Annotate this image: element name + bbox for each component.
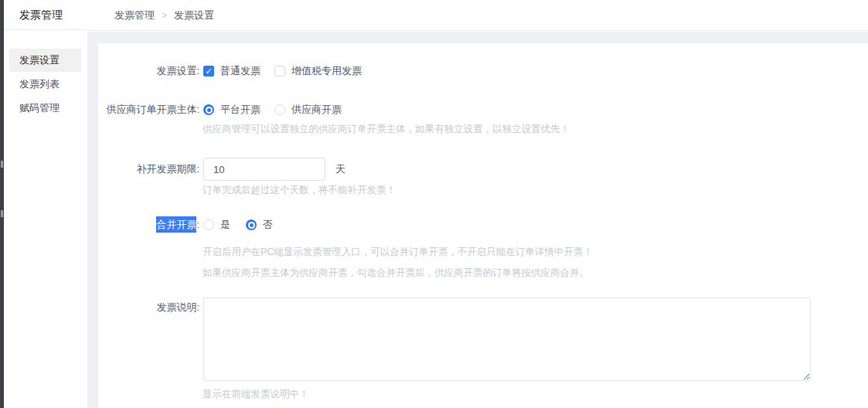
reissue-limit-label: 补开发票期限: (98, 162, 199, 176)
rail-icon (1, 210, 3, 217)
supplier-subject-label: 供应商订单开票主体: (98, 103, 199, 117)
radio-supplier-billing-label[interactable]: 供应商开票 (291, 103, 342, 117)
sidebar-menu: 发票设置 发票列表 赋码管理 (4, 30, 87, 120)
supplier-subject-row: 供应商订单开票主体: 平台开票 供应商开票 (98, 104, 342, 116)
invoice-note-label: 发票说明: (98, 298, 199, 314)
checkbox-ordinary-invoice-label[interactable]: 普通发票 (220, 64, 260, 78)
radio-platform-billing[interactable] (203, 104, 214, 115)
reissue-limit-unit: 天 (335, 162, 345, 176)
invoice-settings-panel: 发票设置: ✓ 普通发票 增值税专用发票 供应商订单开票主体: 平台开票 供应商… (98, 43, 868, 408)
merge-invoice-hint-2: 如果供应商开票主体为供应商开票，勾选合并开票后，供应商开票的订单将按供应商合并。 (203, 267, 589, 280)
supplier-subject-hint: 供应商管理可以设置独立的供应商订单开票主体，如果有独立设置，以独立设置优先！ (203, 123, 570, 136)
breadcrumb-item-invoice-settings[interactable]: 发票设置 (174, 8, 214, 22)
radio-merge-no[interactable] (246, 219, 257, 230)
reissue-limit-hint: 订单完成后超过这个天数，将不能补开发票！ (203, 184, 396, 197)
checkbox-ordinary-invoice[interactable]: ✓ (203, 66, 214, 76)
collapsed-dark-rail[interactable] (0, 0, 4, 408)
invoice-types-label: 发票设置: (98, 64, 199, 78)
checkbox-vat-special-invoice[interactable] (274, 66, 285, 76)
radio-supplier-billing[interactable] (274, 104, 285, 115)
radio-merge-yes-label[interactable]: 是 (220, 218, 230, 232)
sidebar-item-invoice-list[interactable]: 发票列表 (9, 73, 81, 96)
checkbox-vat-special-invoice-label[interactable]: 增值税专用发票 (291, 64, 362, 78)
breadcrumb-bar: 发票管理 > 发票设置 (87, 0, 868, 31)
sidebar-item-invoice-settings[interactable]: 发票设置 (9, 49, 81, 72)
radio-merge-yes[interactable] (203, 219, 214, 230)
reissue-limit-row: 补开发票期限: 天 (98, 158, 345, 181)
invoice-types-row: 发票设置: ✓ 普通发票 增值税专用发票 (98, 65, 362, 77)
invoice-note-row: 发票说明: (98, 298, 811, 381)
radio-platform-billing-label[interactable]: 平台开票 (220, 103, 260, 117)
invoice-note-hint: 显示在前端发票说明中！ (203, 388, 309, 401)
sidebar: 发票管理 发票设置 发票列表 赋码管理 (4, 0, 87, 408)
merge-invoice-selected-text: 合并开票 (156, 216, 196, 233)
merge-invoice-label: 合并开票: (98, 218, 199, 232)
sidebar-title: 发票管理 (4, 0, 87, 30)
sidebar-item-code-management[interactable]: 赋码管理 (9, 97, 81, 120)
chevron-right-icon: > (162, 10, 167, 21)
check-icon: ✓ (205, 67, 212, 76)
radio-merge-no-label[interactable]: 否 (263, 218, 273, 232)
breadcrumb-item-invoice-management[interactable]: 发票管理 (114, 8, 155, 22)
reissue-limit-input[interactable] (203, 158, 325, 181)
rail-icon (1, 161, 3, 168)
merge-invoice-hint-1: 开启后用户在PC端显示发票管理入口，可以合并订单开票，不开启只能在订单详情中开票… (203, 246, 593, 259)
merge-invoice-row: 合并开票: 是 否 (98, 219, 273, 231)
invoice-note-textarea[interactable] (203, 298, 811, 381)
